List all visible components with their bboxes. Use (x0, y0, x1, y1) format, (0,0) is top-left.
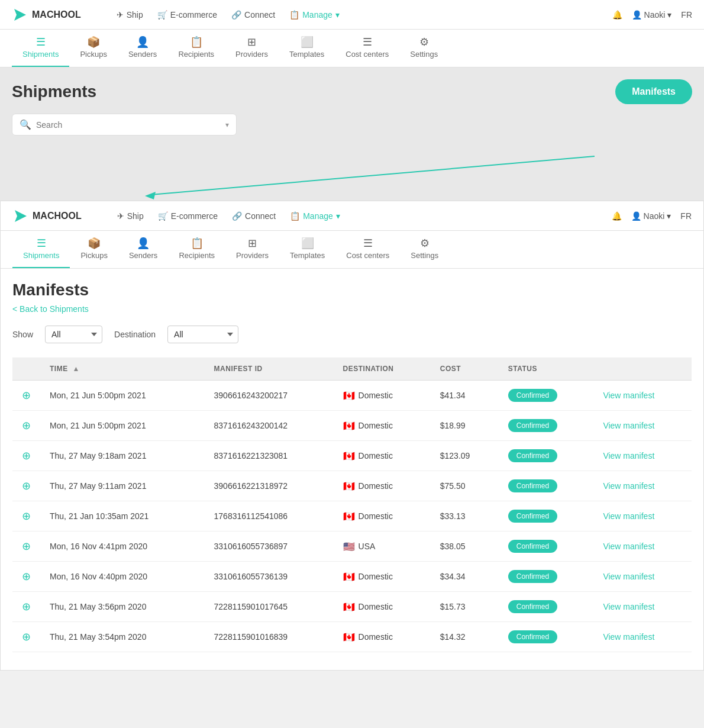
tab-templates-1[interactable]: ⬜ Templates (279, 30, 335, 67)
back-to-shipments-link[interactable]: < Back to Shipments (12, 304, 89, 314)
destination-filter-select[interactable]: All Domestic USA International (167, 326, 238, 343)
logo-2[interactable]: MACHOOL (12, 208, 82, 224)
view-manifest-link-4[interactable]: View manifest (603, 511, 654, 521)
destination-text-6: Domestic (359, 572, 393, 581)
shipments-tab-icon-2: ☰ (37, 238, 46, 249)
cell-destination-8: 🇨🇦 Domestic (334, 622, 431, 652)
flag-icon-1: 🇨🇦 (343, 420, 355, 431)
nav-ecommerce-2[interactable]: 🛒 E-commerce (158, 211, 218, 221)
cell-time-7: Thu, 21 May 3:56pm 2020 (40, 592, 205, 622)
col-expand-header (12, 357, 40, 381)
nav-manage-2[interactable]: 📋 Manage ▾ (290, 211, 340, 221)
expand-icon-2[interactable]: ⊕ (22, 450, 31, 462)
cell-destination-6: 🇨🇦 Domestic (334, 562, 431, 592)
status-badge-8: Confirmed (508, 630, 557, 643)
user-circle-icon-2: 👤 (631, 211, 641, 221)
ecommerce-icon-2: 🛒 (158, 211, 168, 221)
cell-manifestid-1: 8371616243200142 (205, 411, 334, 441)
destination-text-3: Domestic (359, 481, 393, 491)
tab-costcenters-1[interactable]: ☰ Cost centers (335, 30, 399, 67)
view-manifest-link-1[interactable]: View manifest (603, 421, 654, 430)
manifests-button[interactable]: Manifests (615, 79, 692, 104)
tab-senders-1[interactable]: 👤 Senders (118, 30, 167, 67)
nav-ship[interactable]: ✈ Ship (117, 10, 143, 20)
expand-icon-3[interactable]: ⊕ (22, 480, 31, 492)
cell-cost-1: $18.99 (431, 411, 499, 441)
nav-manage[interactable]: 📋 Manage ▾ (289, 10, 340, 20)
cell-status-1: Confirmed (499, 411, 594, 441)
tab-templates-2[interactable]: ⬜ Templates (279, 231, 335, 268)
status-badge-4: Confirmed (508, 510, 557, 523)
user-menu[interactable]: 👤 Naoki ▾ (632, 10, 672, 20)
flag-icon-5: 🇺🇸 (343, 541, 355, 552)
brand-name: MACHOOL (32, 9, 81, 20)
tab-pickups-2[interactable]: 📦 Pickups (70, 231, 118, 268)
col-time-header[interactable]: TIME ▲ (40, 357, 205, 381)
cell-destination-5: 🇺🇸 USA (334, 531, 431, 562)
cell-manifestid-7: 7228115901017645 (205, 592, 334, 622)
notifications-icon-2[interactable]: 🔔 (612, 211, 622, 221)
tab-recipients-1[interactable]: 📋 Recipients (167, 30, 225, 67)
tab-settings-1[interactable]: ⚙ Settings (399, 30, 448, 67)
view-manifest-link-3[interactable]: View manifest (603, 481, 654, 491)
col-action-header (593, 357, 692, 381)
search-input[interactable] (36, 120, 221, 130)
cell-manifestid-8: 7228115901016839 (205, 622, 334, 652)
expand-icon-6[interactable]: ⊕ (22, 571, 31, 582)
svg-marker-0 (14, 9, 26, 21)
tab-recipients-2[interactable]: 📋 Recipients (168, 231, 225, 268)
view-manifest-link-0[interactable]: View manifest (603, 391, 654, 400)
expand-icon-4[interactable]: ⊕ (22, 510, 31, 522)
shipments-tab-icon: ☰ (36, 37, 46, 47)
view-manifest-link-5[interactable]: View manifest (603, 542, 654, 551)
expand-icon-5[interactable]: ⊕ (22, 540, 31, 552)
manifests-page: MACHOOL ✈ Ship 🛒 E-commerce 🔗 Connect (0, 201, 704, 671)
tab-senders-2[interactable]: 👤 Senders (118, 231, 168, 268)
cell-cost-7: $15.73 (431, 592, 499, 622)
logo[interactable]: MACHOOL (12, 7, 81, 23)
cell-action-6: View manifest (593, 562, 692, 592)
cell-cost-2: $123.09 (431, 441, 499, 471)
providers-tab-icon: ⊞ (247, 37, 256, 47)
search-dropdown-icon[interactable]: ▾ (225, 121, 229, 129)
notifications-icon[interactable]: 🔔 (612, 10, 622, 20)
table-row: ⊕ Thu, 21 May 3:56pm 2020 72281159010176… (12, 592, 692, 622)
expand-icon-0[interactable]: ⊕ (22, 389, 31, 401)
table-row: ⊕ Mon, 16 Nov 4:40pm 2020 33106160557361… (12, 562, 692, 592)
cell-manifestid-5: 3310616055736897 (205, 531, 334, 562)
expand-icon-8[interactable]: ⊕ (22, 631, 31, 643)
language-selector-2[interactable]: FR (680, 211, 692, 221)
tab-providers-2[interactable]: ⊞ Providers (225, 231, 279, 268)
show-filter-select[interactable]: All Recent Archived (45, 326, 102, 343)
tab-settings-2[interactable]: ⚙ Settings (400, 231, 449, 268)
col-destination-header: DESTINATION (334, 357, 431, 381)
tab-shipments-1[interactable]: ☰ Shipments (12, 30, 69, 67)
status-badge-7: Confirmed (508, 600, 557, 613)
tab-pickups-1[interactable]: 📦 Pickups (69, 30, 118, 67)
view-manifest-link-8[interactable]: View manifest (603, 632, 654, 642)
tab-shipments-2[interactable]: ☰ Shipments (12, 231, 70, 268)
language-selector[interactable]: FR (681, 10, 692, 20)
table-row: ⊕ Thu, 21 May 3:54pm 2020 72281159010168… (12, 622, 692, 652)
view-manifest-link-7[interactable]: View manifest (603, 602, 654, 611)
top-nav-2: ✈ Ship 🛒 E-commerce 🔗 Connect 📋 Manage (117, 211, 340, 221)
cell-manifestid-4: 1768316112541086 (205, 501, 334, 531)
view-manifest-link-2[interactable]: View manifest (603, 451, 654, 460)
expand-icon-7[interactable]: ⊕ (22, 601, 31, 613)
view-manifest-link-6[interactable]: View manifest (603, 572, 654, 581)
expand-icon-1[interactable]: ⊕ (22, 420, 31, 431)
user-menu-2[interactable]: 👤 Naoki ▾ (631, 211, 671, 221)
tab-costcenters-2[interactable]: ☰ Cost centers (335, 231, 400, 268)
nav-ecommerce[interactable]: 🛒 E-commerce (157, 10, 217, 20)
settings-tab-icon: ⚙ (419, 37, 429, 47)
nav-connect[interactable]: 🔗 Connect (231, 10, 275, 20)
destination-text-7: Domestic (359, 602, 393, 611)
cell-cost-5: $38.05 (431, 531, 499, 562)
cell-status-8: Confirmed (499, 622, 594, 652)
manifests-table: TIME ▲ MANIFEST ID DESTINATION COST STAT… (12, 357, 692, 652)
nav-ship-2[interactable]: ✈ Ship (117, 211, 144, 221)
table-row: ⊕ Thu, 27 May 9:11am 2021 39066162213189… (12, 471, 692, 501)
tab-providers-1[interactable]: ⊞ Providers (225, 30, 279, 67)
cell-destination-4: 🇨🇦 Domestic (334, 501, 431, 531)
nav-connect-2[interactable]: 🔗 Connect (232, 211, 276, 221)
